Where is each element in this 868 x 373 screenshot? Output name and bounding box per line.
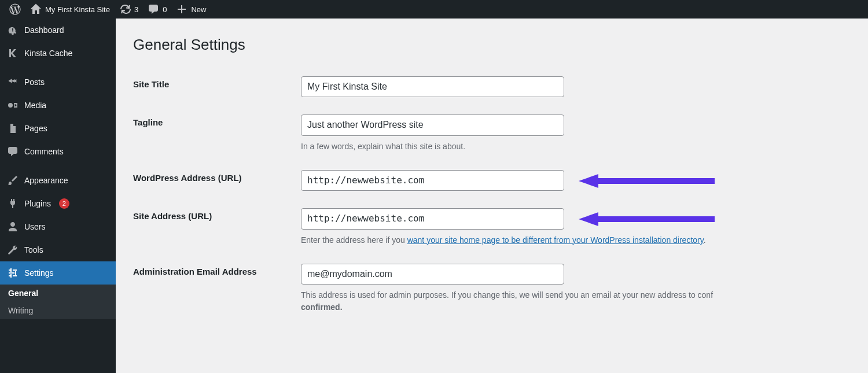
main-content: General Settings Site Title Tagline In a… xyxy=(116,19,868,373)
wp-logo[interactable] xyxy=(5,0,25,19)
sidebar-item-comments[interactable]: Comments xyxy=(0,140,116,163)
sidebar-item-label: Tools xyxy=(24,245,43,254)
comments-link[interactable]: 0 xyxy=(143,0,171,19)
user-icon xyxy=(7,221,19,232)
wrench-icon xyxy=(7,244,19,256)
sidebar-item-appearance[interactable]: Appearance xyxy=(0,169,116,192)
sidebar-item-label: Pages xyxy=(24,124,47,133)
comment-bubble-icon xyxy=(148,3,159,15)
svg-point-0 xyxy=(8,103,13,108)
sidebar-item-settings[interactable]: Settings xyxy=(0,261,116,285)
gauge-icon xyxy=(7,24,19,36)
site-title-input[interactable] xyxy=(301,76,564,97)
sidebar-item-tools[interactable]: Tools xyxy=(0,238,116,261)
site-address-label: Site Address (URL) xyxy=(133,200,301,254)
svg-marker-4 xyxy=(579,212,598,226)
plug-icon xyxy=(7,198,19,209)
sidebar-item-pages[interactable]: Pages xyxy=(0,117,116,140)
comments-count: 0 xyxy=(163,5,167,14)
site-address-description: Enter the address here if you want your … xyxy=(301,234,845,246)
kinsta-icon xyxy=(7,47,19,59)
admin-email-description: This address is used for admin purposes.… xyxy=(301,289,845,313)
menu-separator xyxy=(0,163,116,169)
new-label: New xyxy=(191,5,206,14)
plus-icon xyxy=(176,3,187,15)
sidebar-item-media[interactable]: Media xyxy=(0,94,116,117)
new-content-link[interactable]: New xyxy=(171,0,211,19)
admin-email-label: Administration Email Address xyxy=(133,255,301,322)
sidebar-item-label: Settings xyxy=(24,268,54,278)
admin-email-input[interactable] xyxy=(301,264,564,285)
sidebar-item-label: Plugins xyxy=(24,199,51,208)
home-icon xyxy=(30,3,42,15)
submenu-item-writing[interactable]: Writing xyxy=(0,302,116,319)
sidebar-item-users[interactable]: Users xyxy=(0,215,116,238)
page-title: General Settings xyxy=(133,36,851,54)
admin-bar: My First Kinsta Site 3 0 New xyxy=(0,0,868,19)
sidebar-item-label: Dashboard xyxy=(24,25,64,35)
site-name: My First Kinsta Site xyxy=(45,5,110,14)
admin-sidebar: Dashboard Kinsta Cache Posts Media Pages… xyxy=(0,19,116,373)
menu-separator xyxy=(0,65,116,71)
svg-marker-2 xyxy=(579,174,598,188)
sidebar-item-posts[interactable]: Posts xyxy=(0,71,116,94)
sidebar-item-label: Comments xyxy=(24,147,64,156)
sidebar-item-kinsta-cache[interactable]: Kinsta Cache xyxy=(0,42,116,65)
sidebar-item-label: Users xyxy=(24,222,46,231)
plugins-count-badge: 2 xyxy=(59,198,69,209)
sidebar-item-label: Posts xyxy=(24,77,45,87)
updates-link[interactable]: 3 xyxy=(115,0,143,19)
media-icon xyxy=(7,99,19,111)
brush-icon xyxy=(7,175,19,186)
refresh-icon xyxy=(119,3,131,15)
comment-icon xyxy=(7,146,19,157)
tagline-label: Tagline xyxy=(133,106,301,161)
site-address-input[interactable] xyxy=(301,208,564,229)
annotation-arrow xyxy=(579,212,715,226)
updates-count: 3 xyxy=(134,5,138,14)
site-title-label: Site Title xyxy=(133,68,301,106)
general-settings-form: Site Title Tagline In a few words, expla… xyxy=(133,68,851,322)
site-link[interactable]: My First Kinsta Site xyxy=(25,0,115,19)
sidebar-item-label: Appearance xyxy=(24,176,68,185)
settings-submenu: General Writing xyxy=(0,285,116,319)
wp-address-label: WordPress Address (URL) xyxy=(133,161,301,200)
sidebar-item-label: Media xyxy=(24,101,46,110)
sliders-icon xyxy=(7,267,19,279)
site-address-help-link[interactable]: want your site home page to be different… xyxy=(407,235,704,245)
page-icon xyxy=(7,123,19,134)
submenu-item-general[interactable]: General xyxy=(0,285,116,302)
tagline-input[interactable] xyxy=(301,115,564,135)
wordpress-icon xyxy=(9,3,21,15)
sidebar-item-plugins[interactable]: Plugins 2 xyxy=(0,192,116,215)
tagline-description: In a few words, explain what this site i… xyxy=(301,141,845,153)
annotation-arrow xyxy=(579,174,715,188)
pin-icon xyxy=(7,76,19,88)
wp-address-input[interactable] xyxy=(301,170,564,191)
sidebar-item-label: Kinsta Cache xyxy=(24,49,72,58)
sidebar-item-dashboard[interactable]: Dashboard xyxy=(0,19,116,42)
